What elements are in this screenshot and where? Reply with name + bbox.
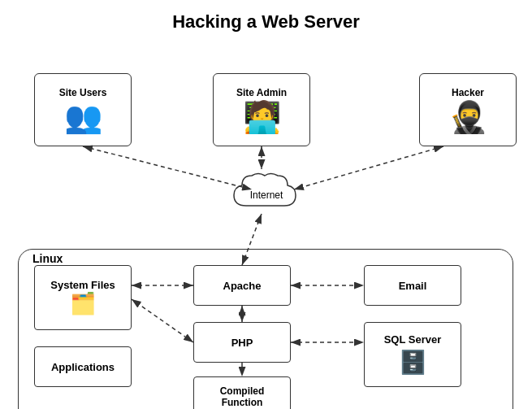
compiled-function-box: CompiledFunction (193, 376, 291, 409)
compiled-function-label: CompiledFunction (220, 385, 265, 408)
site-users-label: Site Users (59, 87, 107, 98)
system-files-label: System Files (50, 279, 115, 291)
system-files-icon: 🗂️ (70, 291, 96, 316)
sql-server-box: SQL Server 🗄️ (364, 322, 461, 387)
applications-label: Applications (51, 361, 115, 373)
page-title: Hacking a Web Server (0, 0, 532, 39)
hacker-icon: 🥷 (449, 102, 487, 133)
site-admin-icon: 🧑‍💻 (243, 102, 281, 133)
site-admin-box: Site Admin 🧑‍💻 (213, 73, 310, 146)
hacker-box: Hacker 🥷 (419, 73, 517, 146)
svg-line-4 (294, 146, 443, 189)
email-label: Email (399, 280, 427, 292)
linux-label: Linux (29, 252, 66, 265)
php-label: PHP (231, 337, 253, 349)
php-box: PHP (193, 322, 291, 363)
applications-box: Applications (34, 346, 132, 387)
hacker-label: Hacker (452, 87, 484, 98)
site-admin-label: Site Admin (236, 87, 287, 98)
sql-server-icon: 🗄️ (399, 349, 427, 376)
apache-label: Apache (223, 280, 262, 292)
sql-server-label: SQL Server (384, 333, 442, 346)
internet-cloud: Internet (226, 169, 307, 201)
site-users-box: Site Users 👥 (34, 73, 132, 146)
email-box: Email (364, 265, 461, 306)
system-files-box: System Files 🗂️ (34, 265, 132, 330)
internet-label: Internet (250, 189, 283, 201)
site-users-icon: 👥 (64, 102, 102, 133)
apache-box: Apache (193, 265, 291, 306)
